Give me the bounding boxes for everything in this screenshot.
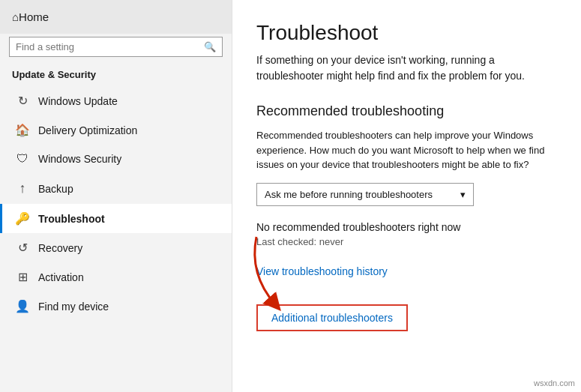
person-icon: 👤 bbox=[14, 299, 31, 313]
shield-icon: 🛡 bbox=[14, 152, 31, 166]
backup-icon: ↑ bbox=[14, 181, 31, 196]
dropdown-value: Ask me before running troubleshooters bbox=[265, 189, 433, 200]
sidebar-item-label: Recovery bbox=[38, 242, 82, 254]
sidebar-item-label: Troubleshoot bbox=[38, 213, 105, 225]
section-title: Update & Security bbox=[0, 64, 232, 86]
recovery-icon: ↺ bbox=[14, 241, 31, 255]
sidebar-item-recovery[interactable]: ↺ Recovery bbox=[0, 233, 232, 262]
search-icon: 🔍 bbox=[204, 41, 216, 52]
sidebar-item-troubleshoot[interactable]: 🔑 Troubleshoot bbox=[0, 204, 232, 233]
page-description: If something on your device isn't workin… bbox=[256, 52, 557, 84]
sidebar-item-label: Windows Update bbox=[38, 95, 118, 107]
refresh-icon: ↻ bbox=[14, 94, 31, 108]
sidebar-item-label: Activation bbox=[38, 271, 84, 283]
sidebar-item-windows-update[interactable]: ↻ Windows Update bbox=[0, 86, 232, 115]
additional-troubleshooters-button[interactable]: Additional troubleshooters bbox=[256, 304, 408, 331]
page-title: Troubleshoot bbox=[256, 21, 557, 45]
sidebar-item-find-my-device[interactable]: 👤 Find my device bbox=[0, 292, 232, 321]
view-history-link[interactable]: View troubleshooting history bbox=[256, 265, 388, 277]
activation-icon: ⊞ bbox=[14, 270, 31, 284]
delivery-icon: 🏠 bbox=[14, 123, 31, 137]
sidebar-item-label: Find my device bbox=[38, 301, 109, 313]
sidebar-item-home[interactable]: ⌂ Home bbox=[0, 0, 232, 34]
search-input[interactable] bbox=[16, 41, 204, 52]
sidebar-item-activation[interactable]: ⊞ Activation bbox=[0, 262, 232, 292]
sidebar-item-label: Delivery Optimization bbox=[38, 124, 137, 136]
troubleshooter-dropdown[interactable]: Ask me before running troubleshooters ▾ bbox=[256, 183, 474, 206]
sidebar-item-delivery-optimization[interactable]: 🏠 Delivery Optimization bbox=[0, 115, 232, 145]
last-checked-text: Last checked: never bbox=[256, 236, 557, 247]
sidebar: ⌂ Home 🔍 Update & Security ↻ Windows Upd… bbox=[0, 0, 232, 392]
search-box[interactable]: 🔍 bbox=[9, 37, 223, 57]
no-troubleshooter-text: No recommended troubleshooters right now bbox=[256, 221, 557, 233]
sidebar-item-windows-security[interactable]: 🛡 Windows Security bbox=[0, 145, 232, 173]
recommended-desc: Recommended troubleshooters can help imp… bbox=[256, 128, 557, 172]
sidebar-item-label: Backup bbox=[38, 183, 73, 195]
key-icon: 🔑 bbox=[14, 211, 31, 226]
sidebar-item-backup[interactable]: ↑ Backup bbox=[0, 173, 232, 204]
sidebar-home-label: Home bbox=[19, 10, 49, 23]
chevron-down-icon: ▾ bbox=[460, 189, 466, 200]
sidebar-item-label: Windows Security bbox=[38, 153, 121, 165]
main-content: Troubleshoot If something on your device… bbox=[232, 0, 581, 392]
home-icon: ⌂ bbox=[12, 10, 19, 23]
watermark: wsxdn.com bbox=[534, 379, 575, 388]
recommended-heading: Recommended troubleshooting bbox=[256, 103, 557, 119]
